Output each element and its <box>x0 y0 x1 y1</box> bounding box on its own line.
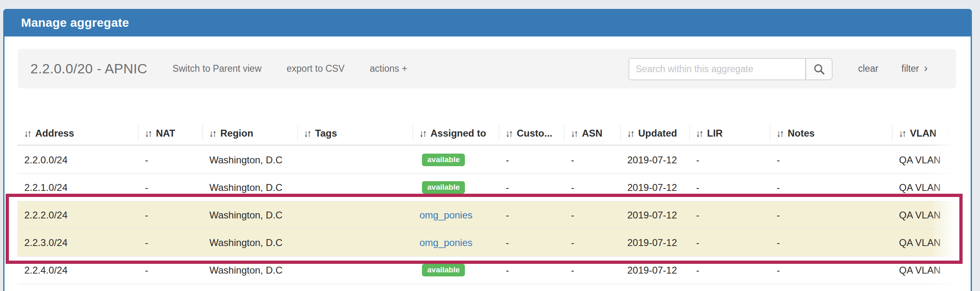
cell-notes: - <box>770 229 892 256</box>
cell-tags <box>297 146 413 173</box>
cell-nat: - <box>138 174 202 201</box>
cell-lir: - <box>689 229 770 256</box>
cell-customer: - <box>499 174 564 201</box>
sort-icon: ↓↑ <box>899 128 906 139</box>
cell-updated: 2019-07-12 <box>620 257 689 284</box>
switch-parent-view-link[interactable]: Switch to Parent view <box>173 63 262 74</box>
clipped-link-marker[interactable]: • <box>949 201 957 229</box>
column-label: Assigned to <box>430 128 486 139</box>
column-header-region[interactable]: ↓↑ Region <box>202 122 297 145</box>
cell-assigned-to: available <box>413 146 499 173</box>
sort-icon: ↓↑ <box>209 128 217 139</box>
filter-button[interactable]: filter › <box>901 49 928 88</box>
cell-customer: - <box>499 201 564 229</box>
cell-vlan: QA VLAN <box>892 201 949 229</box>
cell-updated: 2019-07-12 <box>620 174 689 201</box>
cell-notes: - <box>770 146 892 173</box>
cell-nat: - <box>138 201 202 229</box>
column-header-address[interactable]: ↓↑ Address <box>17 122 138 145</box>
search-group <box>628 58 833 80</box>
cell-assigned-to: available <box>413 257 499 284</box>
column-label: Custo... <box>517 128 552 139</box>
column-label: VLAN <box>910 128 936 139</box>
filter-label: filter <box>901 63 919 74</box>
cell-tags <box>297 257 413 284</box>
search-icon <box>813 63 826 76</box>
search-input[interactable] <box>628 58 806 80</box>
column-header-asn[interactable]: ↓↑ ASN <box>564 122 620 145</box>
aggregate-label: 2.2.0.0/20 - APNIC <box>30 61 147 77</box>
cell-lir: - <box>689 257 770 284</box>
status-badge[interactable]: available <box>422 264 465 276</box>
assigned-user-link[interactable]: omg_ponies <box>420 210 473 221</box>
status-badge[interactable]: available <box>422 154 465 166</box>
search-button[interactable] <box>806 58 833 80</box>
cell-tags <box>297 201 413 229</box>
clipped-link-marker[interactable]: • <box>949 174 957 201</box>
column-label: Address <box>35 128 74 139</box>
cell-asn: - <box>564 201 620 229</box>
cell-customer: - <box>499 146 564 173</box>
column-header-clipped <box>949 122 957 145</box>
cell-assigned-to: available <box>413 174 499 201</box>
table-body: 2.2.0.0/24 - Washington, D.C available -… <box>17 146 957 284</box>
cell-notes: - <box>770 201 892 229</box>
panel-title: Manage aggregate <box>21 16 129 30</box>
cell-asn: - <box>564 146 620 173</box>
cell-notes: - <box>770 174 892 201</box>
column-header-nat[interactable]: ↓↑ NAT <box>138 122 202 145</box>
column-label: Updated <box>638 128 677 139</box>
table-row-highlighted: 2.2.3.0/24 - Washington, D.C omg_ponies … <box>17 229 957 257</box>
status-badge[interactable]: available <box>422 181 465 194</box>
cell-address: 2.2.3.0/24 <box>17 229 138 256</box>
cell-nat: - <box>138 229 202 256</box>
cell-nat: - <box>138 257 202 284</box>
clipped-link-marker[interactable]: • <box>949 146 957 173</box>
clipped-link-marker[interactable]: • <box>949 229 957 256</box>
sort-icon: ↓↑ <box>696 128 703 139</box>
cell-vlan: QA VLAN <box>892 257 949 284</box>
column-header-assigned-to[interactable]: ↓↑ Assigned to <box>413 122 499 145</box>
cell-address: 2.2.0.0/24 <box>17 146 138 173</box>
column-header-notes[interactable]: ↓↑ Notes <box>770 122 892 145</box>
cell-lir: - <box>689 201 770 229</box>
actions-menu-link[interactable]: actions + <box>370 63 407 74</box>
cell-updated: 2019-07-12 <box>620 229 689 256</box>
column-header-lir[interactable]: ↓↑ LIR <box>689 122 770 145</box>
cell-region: Washington, D.C <box>202 201 297 229</box>
cell-vlan: QA VLAN <box>892 146 949 173</box>
cell-assigned-to: omg_ponies <box>413 229 499 256</box>
column-header-updated[interactable]: ↓↑ Updated <box>620 122 689 145</box>
table-row: 2.2.0.0/24 - Washington, D.C available -… <box>17 146 957 174</box>
cell-region: Washington, D.C <box>202 257 297 284</box>
table-row: 2.2.1.0/24 - Washington, D.C available -… <box>17 174 957 201</box>
cell-tags <box>297 174 413 201</box>
cell-address: 2.2.2.0/24 <box>17 201 138 229</box>
clear-label: clear <box>858 63 878 74</box>
cell-address: 2.2.1.0/24 <box>17 174 138 201</box>
cell-customer: - <box>499 257 564 284</box>
chevron-right-icon: › <box>924 62 927 75</box>
table-row: 2.2.4.0/24 - Washington, D.C available -… <box>17 257 957 284</box>
cell-asn: - <box>564 229 620 256</box>
column-header-tags[interactable]: ↓↑ Tags <box>297 122 413 145</box>
cell-region: Washington, D.C <box>202 146 297 173</box>
sort-icon: ↓↑ <box>505 128 513 139</box>
cell-updated: 2019-07-12 <box>620 201 689 229</box>
cell-lir: - <box>689 174 770 201</box>
column-label: Tags <box>315 128 337 139</box>
cell-vlan: QA VLAN <box>892 229 949 256</box>
column-header-vlan[interactable]: ↓↑ VLAN <box>892 122 949 145</box>
cell-address: 2.2.4.0/24 <box>17 257 138 284</box>
page: Manage aggregate 2.2.0.0/20 - APNIC Swit… <box>0 0 980 291</box>
cell-nat: - <box>138 146 202 173</box>
sort-icon: ↓↑ <box>627 128 635 139</box>
clear-button[interactable]: clear <box>858 49 878 88</box>
export-csv-link[interactable]: export to CSV <box>287 63 345 74</box>
column-header-customer[interactable]: ↓↑ Custo... <box>499 122 564 145</box>
cell-assigned-to: omg_ponies <box>413 201 499 229</box>
assigned-user-link[interactable]: omg_ponies <box>420 237 473 248</box>
cell-notes: - <box>770 257 892 284</box>
clipped-link-marker[interactable]: • <box>949 257 957 284</box>
table-row-highlighted: 2.2.2.0/24 - Washington, D.C omg_ponies … <box>17 201 957 229</box>
